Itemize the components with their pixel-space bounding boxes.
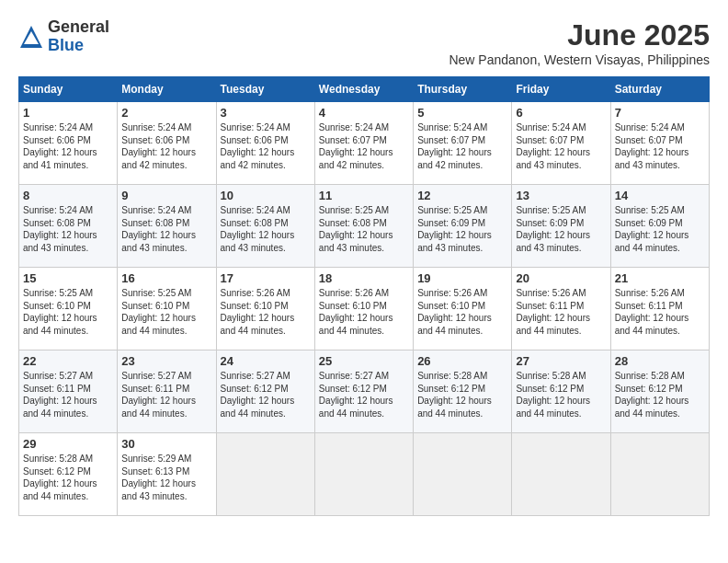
day-number: 20: [516, 271, 606, 285]
calendar-cell: 11Sunrise: 5:25 AM Sunset: 6:08 PM Dayli…: [314, 185, 413, 268]
day-number: 26: [417, 354, 507, 368]
day-detail: Sunrise: 5:27 AM Sunset: 6:12 PM Dayligh…: [319, 370, 409, 419]
day-detail: Sunrise: 5:24 AM Sunset: 6:08 PM Dayligh…: [121, 204, 211, 254]
header: General Blue June 2025 New Pandanon, Wes…: [18, 18, 710, 67]
calendar-cell: 29Sunrise: 5:28 AM Sunset: 6:12 PM Dayli…: [19, 433, 118, 516]
calendar-cell: 14Sunrise: 5:25 AM Sunset: 6:09 PM Dayli…: [610, 185, 709, 268]
calendar-body: 1Sunrise: 5:24 AM Sunset: 6:06 PM Daylig…: [19, 102, 710, 516]
day-number: 9: [121, 189, 211, 202]
day-number: 8: [23, 189, 113, 202]
day-number: 13: [516, 189, 606, 202]
header-cell-monday: Monday: [118, 77, 216, 102]
calendar-row-1: 8Sunrise: 5:24 AM Sunset: 6:08 PM Daylig…: [19, 185, 710, 268]
calendar-cell: [216, 433, 314, 516]
header-cell-thursday: Thursday: [414, 77, 512, 102]
header-cell-tuesday: Tuesday: [216, 77, 314, 102]
day-detail: Sunrise: 5:28 AM Sunset: 6:12 PM Dayligh…: [516, 370, 606, 419]
day-detail: Sunrise: 5:25 AM Sunset: 6:09 PM Dayligh…: [516, 204, 606, 254]
header-cell-sunday: Sunday: [19, 77, 118, 102]
calendar-cell: 26Sunrise: 5:28 AM Sunset: 6:12 PM Dayli…: [414, 350, 512, 433]
day-detail: Sunrise: 5:25 AM Sunset: 6:10 PM Dayligh…: [121, 287, 211, 337]
calendar-cell: 25Sunrise: 5:27 AM Sunset: 6:12 PM Dayli…: [314, 350, 413, 433]
day-number: 18: [319, 271, 409, 285]
day-number: 29: [23, 437, 113, 451]
calendar-cell: 2Sunrise: 5:24 AM Sunset: 6:06 PM Daylig…: [118, 102, 216, 185]
day-number: 21: [615, 271, 705, 285]
day-detail: Sunrise: 5:26 AM Sunset: 6:11 PM Dayligh…: [615, 287, 705, 337]
day-number: 10: [221, 189, 311, 202]
calendar-cell: 30Sunrise: 5:29 AM Sunset: 6:13 PM Dayli…: [118, 433, 216, 516]
calendar-cell: 10Sunrise: 5:24 AM Sunset: 6:08 PM Dayli…: [216, 185, 314, 268]
calendar-cell: 1Sunrise: 5:24 AM Sunset: 6:06 PM Daylig…: [19, 102, 118, 185]
logo: General Blue: [18, 18, 109, 55]
day-detail: Sunrise: 5:24 AM Sunset: 6:07 PM Dayligh…: [319, 121, 409, 171]
calendar-header: SundayMondayTuesdayWednesdayThursdayFrid…: [19, 77, 710, 102]
day-detail: Sunrise: 5:25 AM Sunset: 6:09 PM Dayligh…: [417, 204, 507, 254]
calendar-cell: 19Sunrise: 5:26 AM Sunset: 6:10 PM Dayli…: [414, 268, 512, 350]
day-number: 16: [121, 271, 211, 285]
day-detail: Sunrise: 5:26 AM Sunset: 6:10 PM Dayligh…: [417, 287, 507, 337]
day-number: 17: [221, 271, 311, 285]
calendar-cell: [610, 433, 709, 516]
calendar-cell: 9Sunrise: 5:24 AM Sunset: 6:08 PM Daylig…: [118, 185, 216, 268]
day-number: 1: [23, 106, 113, 120]
day-detail: Sunrise: 5:28 AM Sunset: 6:12 PM Dayligh…: [23, 453, 113, 502]
day-detail: Sunrise: 5:25 AM Sunset: 6:10 PM Dayligh…: [23, 287, 113, 337]
day-number: 11: [319, 189, 409, 202]
day-detail: Sunrise: 5:27 AM Sunset: 6:11 PM Dayligh…: [121, 370, 211, 419]
header-row: SundayMondayTuesdayWednesdayThursdayFrid…: [19, 77, 710, 102]
day-number: 6: [516, 106, 606, 120]
calendar-cell: 16Sunrise: 5:25 AM Sunset: 6:10 PM Dayli…: [118, 268, 216, 350]
calendar-cell: 27Sunrise: 5:28 AM Sunset: 6:12 PM Dayli…: [512, 350, 610, 433]
day-number: 4: [319, 106, 409, 120]
day-detail: Sunrise: 5:28 AM Sunset: 6:12 PM Dayligh…: [417, 370, 507, 419]
day-detail: Sunrise: 5:25 AM Sunset: 6:08 PM Dayligh…: [319, 204, 409, 254]
day-detail: Sunrise: 5:25 AM Sunset: 6:09 PM Dayligh…: [615, 204, 705, 254]
calendar-cell: [414, 433, 512, 516]
subtitle: New Pandanon, Western Visayas, Philippin…: [449, 52, 710, 67]
day-detail: Sunrise: 5:26 AM Sunset: 6:11 PM Dayligh…: [516, 287, 606, 337]
day-number: 7: [615, 106, 705, 120]
calendar-cell: 15Sunrise: 5:25 AM Sunset: 6:10 PM Dayli…: [19, 268, 118, 350]
calendar-cell: [314, 433, 413, 516]
day-number: 2: [121, 106, 211, 120]
day-detail: Sunrise: 5:26 AM Sunset: 6:10 PM Dayligh…: [221, 287, 311, 337]
calendar-cell: 21Sunrise: 5:26 AM Sunset: 6:11 PM Dayli…: [610, 268, 709, 350]
day-number: 12: [417, 189, 507, 202]
calendar-cell: 3Sunrise: 5:24 AM Sunset: 6:06 PM Daylig…: [216, 102, 314, 185]
day-detail: Sunrise: 5:24 AM Sunset: 6:07 PM Dayligh…: [417, 121, 507, 171]
calendar-cell: 24Sunrise: 5:27 AM Sunset: 6:12 PM Dayli…: [216, 350, 314, 433]
day-number: 22: [23, 354, 113, 368]
main-title: June 2025: [449, 18, 710, 52]
calendar-cell: 18Sunrise: 5:26 AM Sunset: 6:10 PM Dayli…: [314, 268, 413, 350]
header-cell-wednesday: Wednesday: [314, 77, 413, 102]
calendar-cell: 8Sunrise: 5:24 AM Sunset: 6:08 PM Daylig…: [19, 185, 118, 268]
calendar-cell: 28Sunrise: 5:28 AM Sunset: 6:12 PM Dayli…: [610, 350, 709, 433]
day-detail: Sunrise: 5:24 AM Sunset: 6:07 PM Dayligh…: [615, 121, 705, 171]
calendar-cell: 6Sunrise: 5:24 AM Sunset: 6:07 PM Daylig…: [512, 102, 610, 185]
day-number: 27: [516, 354, 606, 368]
calendar: SundayMondayTuesdayWednesdayThursdayFrid…: [18, 76, 710, 516]
calendar-cell: 13Sunrise: 5:25 AM Sunset: 6:09 PM Dayli…: [512, 185, 610, 268]
logo-icon: [18, 24, 44, 50]
day-detail: Sunrise: 5:24 AM Sunset: 6:07 PM Dayligh…: [516, 121, 606, 171]
day-detail: Sunrise: 5:27 AM Sunset: 6:11 PM Dayligh…: [23, 370, 113, 419]
day-number: 3: [221, 106, 311, 120]
day-number: 19: [417, 271, 507, 285]
calendar-row-2: 15Sunrise: 5:25 AM Sunset: 6:10 PM Dayli…: [19, 268, 710, 350]
calendar-cell: 12Sunrise: 5:25 AM Sunset: 6:09 PM Dayli…: [414, 185, 512, 268]
calendar-row-4: 29Sunrise: 5:28 AM Sunset: 6:12 PM Dayli…: [19, 433, 710, 516]
day-detail: Sunrise: 5:28 AM Sunset: 6:12 PM Dayligh…: [615, 370, 705, 419]
logo-text: General Blue: [48, 18, 109, 55]
day-detail: Sunrise: 5:24 AM Sunset: 6:08 PM Dayligh…: [221, 204, 311, 254]
header-cell-saturday: Saturday: [610, 77, 709, 102]
calendar-cell: 20Sunrise: 5:26 AM Sunset: 6:11 PM Dayli…: [512, 268, 610, 350]
day-detail: Sunrise: 5:24 AM Sunset: 6:06 PM Dayligh…: [121, 121, 211, 171]
day-number: 24: [221, 354, 311, 368]
calendar-cell: 7Sunrise: 5:24 AM Sunset: 6:07 PM Daylig…: [610, 102, 709, 185]
day-number: 5: [417, 106, 507, 120]
calendar-cell: 4Sunrise: 5:24 AM Sunset: 6:07 PM Daylig…: [314, 102, 413, 185]
day-detail: Sunrise: 5:27 AM Sunset: 6:12 PM Dayligh…: [221, 370, 311, 419]
header-cell-friday: Friday: [512, 77, 610, 102]
calendar-cell: [512, 433, 610, 516]
